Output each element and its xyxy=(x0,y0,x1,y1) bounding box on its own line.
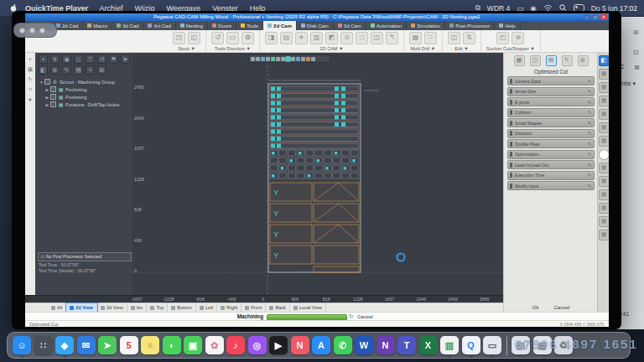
edit-icon[interactable]: ✎ xyxy=(587,184,591,189)
ribbon-tool-icon[interactable]: ✿ xyxy=(242,32,254,44)
snap-icon[interactable] xyxy=(311,57,315,61)
pencil-icon[interactable]: ✎ xyxy=(562,55,573,66)
ribbon-tool-icon[interactable]: ✈ xyxy=(295,32,308,44)
ribbon-tool-icon[interactable]: ◩ xyxy=(325,32,338,44)
optimized-cut-item-optimization[interactable]: Optimization✎ xyxy=(507,150,595,159)
ribbon-tool-icon[interactable]: ▦ xyxy=(409,32,422,44)
ribbon-tool-icon[interactable]: ◰ xyxy=(496,32,509,44)
panel-tool-icon[interactable]: ↯ xyxy=(50,54,60,64)
snap-icon[interactable] xyxy=(271,57,275,61)
snap-icon[interactable] xyxy=(266,57,270,61)
cad-tab-help[interactable]: Help xyxy=(495,21,520,30)
expander-icon[interactable]: ▼ xyxy=(39,80,44,85)
dock-icon-excel[interactable]: X xyxy=(419,336,438,354)
snap-icon[interactable] xyxy=(256,57,260,61)
cad-tab-2d-cam[interactable]: 2d Cam xyxy=(263,21,297,30)
ribbon-group-label[interactable]: Edit ▼ xyxy=(454,45,468,52)
panel-tool-icon[interactable]: ⌖ xyxy=(39,54,48,64)
dock-icon-podcasts[interactable]: ◎ xyxy=(248,336,267,354)
dock-icon-player[interactable]: ▭ xyxy=(483,336,501,354)
panel-tool-icon[interactable]: ✎ xyxy=(62,65,71,75)
view-tab-iso[interactable]: Iso xyxy=(127,303,147,312)
panel-tool-icon[interactable]: ⚑ xyxy=(109,54,118,64)
view-tab-bottom[interactable]: Bottom xyxy=(168,303,196,312)
attach-icon[interactable]: ⊡ xyxy=(633,49,639,56)
machining-cancel-button[interactable]: Cancel xyxy=(357,314,373,319)
ribbon-group-label[interactable]: Multi Drill ▼ xyxy=(411,45,436,52)
cad-tab-3d-cad[interactable]: 3d Cad xyxy=(112,21,143,30)
dock-icon-notes[interactable]: ≡ xyxy=(141,336,159,354)
panel-tool-icon[interactable]: △ xyxy=(74,54,83,64)
side-tool-icon-7[interactable] xyxy=(599,149,610,160)
measure-icon[interactable]: ≡ xyxy=(27,85,34,93)
side-tool-icon-4[interactable]: ▦ xyxy=(599,109,610,120)
cad-tab-doors[interactable]: Doors xyxy=(208,21,236,30)
edit-icon[interactable]: ✎ xyxy=(587,121,591,126)
ribbon-tool-icon[interactable]: ▥ xyxy=(310,32,323,44)
ribbon-tool-icon[interactable]: ▭ xyxy=(226,32,239,44)
panel-tool-icon[interactable]: ▤ xyxy=(74,65,83,75)
dock-icon-maps[interactable]: ➤ xyxy=(98,336,117,354)
drag-handle-icon[interactable] xyxy=(510,89,512,94)
side-tool-icon-13[interactable]: ▦ xyxy=(599,230,610,240)
side-tool-icon-8[interactable]: ▦ xyxy=(599,163,610,173)
side-tool-icon-2[interactable]: ▦ xyxy=(599,82,610,93)
snap-icon[interactable] xyxy=(296,57,300,61)
cad-tab-simulation[interactable]: Simulation xyxy=(407,21,445,30)
optimized-cut-item-arrow-size[interactable]: Arrow Size✎ xyxy=(507,87,595,96)
cad-tab-disk-cam[interactable]: Disk Cam xyxy=(297,21,334,30)
dock-icon-finder[interactable]: ☺ xyxy=(13,336,31,354)
side-tool-icon-11[interactable]: ▦ xyxy=(599,203,610,214)
dock-icon-facetime[interactable]: ▣ xyxy=(184,336,202,354)
panel-tool-icon[interactable]: ▽ xyxy=(86,54,95,64)
expander-icon[interactable]: ▶ xyxy=(44,95,50,100)
refresh-icon[interactable]: ↻ xyxy=(349,313,354,320)
cad-tab-macro[interactable]: Macro xyxy=(83,21,112,30)
dock-icon-news[interactable]: N xyxy=(291,336,309,354)
columns-icon[interactable]: ◫ xyxy=(530,55,541,66)
ribbon-tool-icon[interactable]: ⊙ xyxy=(340,32,353,44)
grid-icon[interactable]: ⊞ xyxy=(578,55,589,66)
dock-icon-launchpad[interactable]: ∷ xyxy=(34,336,53,354)
drag-handle-icon[interactable] xyxy=(510,79,512,84)
view-tab-3d-view[interactable]: 3d View xyxy=(97,303,127,312)
drag-handle-icon[interactable] xyxy=(510,184,512,189)
optimized-cut-item-modify-input[interactable]: Modify Input✎ xyxy=(507,181,595,190)
snap-icon[interactable] xyxy=(306,57,310,61)
snap-icon[interactable] xyxy=(286,57,290,61)
table-icon[interactable]: ▦ xyxy=(514,55,525,66)
expander-icon[interactable]: ▶ xyxy=(44,87,50,92)
ribbon-tool-icon[interactable]: ▤ xyxy=(280,32,293,44)
optimized-cut-item-execution-time[interactable]: Execution Time✎ xyxy=(507,171,595,180)
side-tool-icon-0[interactable]: ◧ xyxy=(599,55,610,66)
panel-tool-icon[interactable]: ↺ xyxy=(97,54,106,64)
ribbon-tool-icon[interactable]: ◱ xyxy=(188,32,200,44)
list-icon[interactable]: ▤ xyxy=(546,55,557,66)
snap-icon[interactable] xyxy=(291,57,295,61)
snap-icon[interactable] xyxy=(281,57,285,61)
minimize-traffic-light[interactable] xyxy=(29,28,35,34)
ribbon-group-label[interactable]: 2D CAM ▼ xyxy=(320,45,344,52)
dock-icon-music[interactable]: ♪ xyxy=(226,336,245,354)
cad-tab-tools[interactable]: Tools xyxy=(236,21,263,30)
drag-handle-icon[interactable] xyxy=(510,100,512,105)
edit-icon[interactable]: ✎ xyxy=(587,89,591,94)
dock-icon-tv[interactable]: ▶ xyxy=(269,336,288,354)
drag-handle-icon[interactable] xyxy=(510,142,512,147)
side-tool-icon-1[interactable]: ▦ xyxy=(599,69,610,80)
dock-icon-mail[interactable]: ✉ xyxy=(77,336,96,354)
side-tool-icon-9[interactable]: ▦ xyxy=(599,176,610,187)
side-tool-icon-3[interactable]: ▦ xyxy=(599,96,610,106)
tree-checkbox[interactable] xyxy=(50,94,56,100)
drag-handle-icon[interactable] xyxy=(510,110,512,115)
snap-icon[interactable] xyxy=(301,57,305,61)
optimized-cut-item-lead-in-lead-out[interactable]: Lead In/Lead Out✎ xyxy=(507,160,595,169)
zoom-traffic-light[interactable] xyxy=(39,28,45,34)
edit-icon[interactable]: ✎ xyxy=(587,79,591,84)
ribbon-group-label[interactable]: Stock ▼ xyxy=(178,45,195,52)
ribbon-tool-icon[interactable]: □ xyxy=(356,32,368,44)
panel-tool-icon[interactable]: ◉ xyxy=(62,54,71,64)
drag-handle-icon[interactable] xyxy=(510,131,512,136)
edit-icon[interactable]: ✎ xyxy=(587,152,591,157)
panel-tool-icon[interactable]: ≡ xyxy=(86,65,95,75)
